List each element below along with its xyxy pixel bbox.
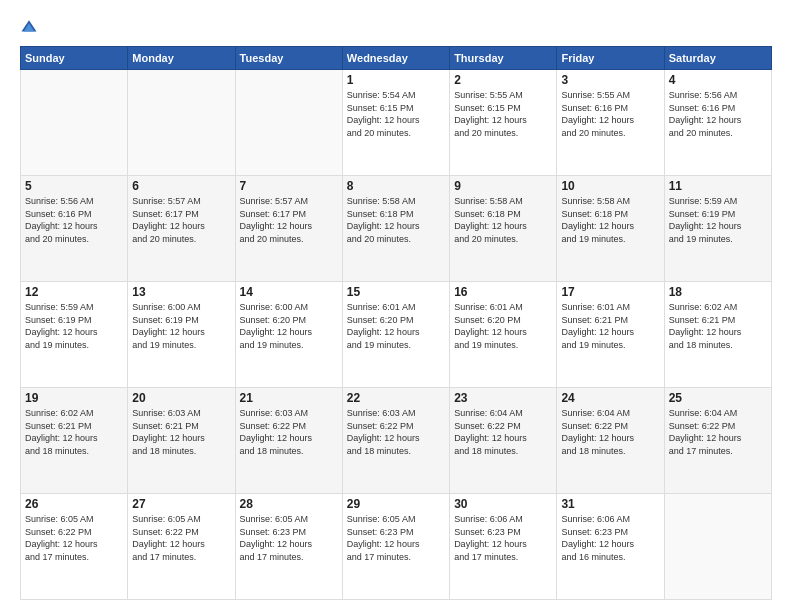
page: SundayMondayTuesdayWednesdayThursdayFrid… (0, 0, 792, 612)
day-info: Sunrise: 6:01 AM Sunset: 6:20 PM Dayligh… (347, 301, 445, 351)
calendar-cell: 13Sunrise: 6:00 AM Sunset: 6:19 PM Dayli… (128, 282, 235, 388)
day-number: 29 (347, 497, 445, 511)
day-info: Sunrise: 6:05 AM Sunset: 6:23 PM Dayligh… (347, 513, 445, 563)
day-info: Sunrise: 5:55 AM Sunset: 6:16 PM Dayligh… (561, 89, 659, 139)
day-info: Sunrise: 5:55 AM Sunset: 6:15 PM Dayligh… (454, 89, 552, 139)
calendar-cell: 17Sunrise: 6:01 AM Sunset: 6:21 PM Dayli… (557, 282, 664, 388)
day-number: 28 (240, 497, 338, 511)
day-info: Sunrise: 6:02 AM Sunset: 6:21 PM Dayligh… (669, 301, 767, 351)
calendar-cell (235, 70, 342, 176)
day-number: 19 (25, 391, 123, 405)
day-number: 13 (132, 285, 230, 299)
day-number: 8 (347, 179, 445, 193)
day-info: Sunrise: 6:00 AM Sunset: 6:20 PM Dayligh… (240, 301, 338, 351)
day-info: Sunrise: 6:04 AM Sunset: 6:22 PM Dayligh… (454, 407, 552, 457)
day-info: Sunrise: 6:00 AM Sunset: 6:19 PM Dayligh… (132, 301, 230, 351)
day-number: 23 (454, 391, 552, 405)
day-number: 16 (454, 285, 552, 299)
day-info: Sunrise: 5:59 AM Sunset: 6:19 PM Dayligh… (669, 195, 767, 245)
day-number: 1 (347, 73, 445, 87)
day-info: Sunrise: 6:05 AM Sunset: 6:22 PM Dayligh… (132, 513, 230, 563)
day-number: 14 (240, 285, 338, 299)
calendar-week-row: 12Sunrise: 5:59 AM Sunset: 6:19 PM Dayli… (21, 282, 772, 388)
calendar-body: 1Sunrise: 5:54 AM Sunset: 6:15 PM Daylig… (21, 70, 772, 600)
col-header-sunday: Sunday (21, 47, 128, 70)
day-number: 15 (347, 285, 445, 299)
calendar-cell: 16Sunrise: 6:01 AM Sunset: 6:20 PM Dayli… (450, 282, 557, 388)
day-info: Sunrise: 6:01 AM Sunset: 6:20 PM Dayligh… (454, 301, 552, 351)
logo (20, 18, 42, 36)
calendar-cell: 5Sunrise: 5:56 AM Sunset: 6:16 PM Daylig… (21, 176, 128, 282)
day-number: 6 (132, 179, 230, 193)
calendar-cell: 8Sunrise: 5:58 AM Sunset: 6:18 PM Daylig… (342, 176, 449, 282)
calendar-cell: 28Sunrise: 6:05 AM Sunset: 6:23 PM Dayli… (235, 494, 342, 600)
day-info: Sunrise: 6:03 AM Sunset: 6:22 PM Dayligh… (240, 407, 338, 457)
calendar-cell: 14Sunrise: 6:00 AM Sunset: 6:20 PM Dayli… (235, 282, 342, 388)
day-number: 12 (25, 285, 123, 299)
calendar-cell: 9Sunrise: 5:58 AM Sunset: 6:18 PM Daylig… (450, 176, 557, 282)
calendar-cell: 25Sunrise: 6:04 AM Sunset: 6:22 PM Dayli… (664, 388, 771, 494)
day-info: Sunrise: 6:02 AM Sunset: 6:21 PM Dayligh… (25, 407, 123, 457)
day-number: 9 (454, 179, 552, 193)
day-number: 21 (240, 391, 338, 405)
calendar-week-row: 1Sunrise: 5:54 AM Sunset: 6:15 PM Daylig… (21, 70, 772, 176)
day-number: 17 (561, 285, 659, 299)
calendar-cell (21, 70, 128, 176)
calendar-cell: 31Sunrise: 6:06 AM Sunset: 6:23 PM Dayli… (557, 494, 664, 600)
col-header-monday: Monday (128, 47, 235, 70)
calendar-cell: 26Sunrise: 6:05 AM Sunset: 6:22 PM Dayli… (21, 494, 128, 600)
calendar-cell: 20Sunrise: 6:03 AM Sunset: 6:21 PM Dayli… (128, 388, 235, 494)
calendar-cell: 24Sunrise: 6:04 AM Sunset: 6:22 PM Dayli… (557, 388, 664, 494)
day-number: 11 (669, 179, 767, 193)
calendar-header-row: SundayMondayTuesdayWednesdayThursdayFrid… (21, 47, 772, 70)
day-info: Sunrise: 5:59 AM Sunset: 6:19 PM Dayligh… (25, 301, 123, 351)
day-number: 4 (669, 73, 767, 87)
calendar-cell: 3Sunrise: 5:55 AM Sunset: 6:16 PM Daylig… (557, 70, 664, 176)
calendar-cell: 18Sunrise: 6:02 AM Sunset: 6:21 PM Dayli… (664, 282, 771, 388)
day-info: Sunrise: 5:58 AM Sunset: 6:18 PM Dayligh… (347, 195, 445, 245)
day-info: Sunrise: 5:58 AM Sunset: 6:18 PM Dayligh… (454, 195, 552, 245)
day-number: 18 (669, 285, 767, 299)
calendar-cell (664, 494, 771, 600)
calendar-cell: 10Sunrise: 5:58 AM Sunset: 6:18 PM Dayli… (557, 176, 664, 282)
day-number: 20 (132, 391, 230, 405)
col-header-saturday: Saturday (664, 47, 771, 70)
col-header-wednesday: Wednesday (342, 47, 449, 70)
calendar-cell: 4Sunrise: 5:56 AM Sunset: 6:16 PM Daylig… (664, 70, 771, 176)
calendar-cell (128, 70, 235, 176)
calendar-cell: 29Sunrise: 6:05 AM Sunset: 6:23 PM Dayli… (342, 494, 449, 600)
day-number: 5 (25, 179, 123, 193)
day-info: Sunrise: 6:06 AM Sunset: 6:23 PM Dayligh… (561, 513, 659, 563)
calendar-cell: 15Sunrise: 6:01 AM Sunset: 6:20 PM Dayli… (342, 282, 449, 388)
day-info: Sunrise: 5:57 AM Sunset: 6:17 PM Dayligh… (240, 195, 338, 245)
day-info: Sunrise: 5:57 AM Sunset: 6:17 PM Dayligh… (132, 195, 230, 245)
day-info: Sunrise: 6:01 AM Sunset: 6:21 PM Dayligh… (561, 301, 659, 351)
day-info: Sunrise: 5:56 AM Sunset: 6:16 PM Dayligh… (25, 195, 123, 245)
calendar-week-row: 26Sunrise: 6:05 AM Sunset: 6:22 PM Dayli… (21, 494, 772, 600)
day-info: Sunrise: 6:04 AM Sunset: 6:22 PM Dayligh… (669, 407, 767, 457)
day-number: 27 (132, 497, 230, 511)
day-number: 10 (561, 179, 659, 193)
logo-icon (20, 18, 38, 36)
day-number: 22 (347, 391, 445, 405)
day-number: 3 (561, 73, 659, 87)
calendar-cell: 30Sunrise: 6:06 AM Sunset: 6:23 PM Dayli… (450, 494, 557, 600)
day-number: 31 (561, 497, 659, 511)
header (20, 18, 772, 36)
day-number: 25 (669, 391, 767, 405)
day-info: Sunrise: 6:03 AM Sunset: 6:21 PM Dayligh… (132, 407, 230, 457)
calendar-cell: 21Sunrise: 6:03 AM Sunset: 6:22 PM Dayli… (235, 388, 342, 494)
day-number: 7 (240, 179, 338, 193)
day-info: Sunrise: 6:05 AM Sunset: 6:23 PM Dayligh… (240, 513, 338, 563)
day-number: 30 (454, 497, 552, 511)
calendar-week-row: 5Sunrise: 5:56 AM Sunset: 6:16 PM Daylig… (21, 176, 772, 282)
day-info: Sunrise: 6:05 AM Sunset: 6:22 PM Dayligh… (25, 513, 123, 563)
calendar-cell: 23Sunrise: 6:04 AM Sunset: 6:22 PM Dayli… (450, 388, 557, 494)
calendar-cell: 22Sunrise: 6:03 AM Sunset: 6:22 PM Dayli… (342, 388, 449, 494)
day-number: 24 (561, 391, 659, 405)
day-info: Sunrise: 6:03 AM Sunset: 6:22 PM Dayligh… (347, 407, 445, 457)
calendar-cell: 1Sunrise: 5:54 AM Sunset: 6:15 PM Daylig… (342, 70, 449, 176)
calendar-cell: 19Sunrise: 6:02 AM Sunset: 6:21 PM Dayli… (21, 388, 128, 494)
day-number: 26 (25, 497, 123, 511)
day-info: Sunrise: 5:58 AM Sunset: 6:18 PM Dayligh… (561, 195, 659, 245)
